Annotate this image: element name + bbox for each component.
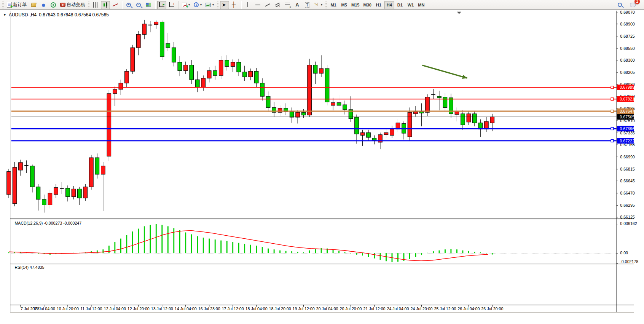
macd-bar bbox=[380, 253, 381, 260]
line-handle[interactable] bbox=[611, 86, 614, 89]
candle-down bbox=[190, 65, 194, 80]
macd-axis-label: 0.006162 bbox=[620, 222, 637, 226]
autotrading-button[interactable]: 自动交易 bbox=[59, 1, 86, 9]
time-tick-label: 12 Jul 04:00 bbox=[104, 306, 126, 311]
auto-scroll-button[interactable] bbox=[157, 1, 166, 9]
candle-up bbox=[124, 71, 129, 83]
line-handle[interactable] bbox=[611, 128, 614, 130]
macd-bar bbox=[285, 251, 287, 253]
macd-bar bbox=[421, 253, 422, 255]
time-tick-label: 10 Jul 20:00 bbox=[57, 306, 79, 311]
macd-bar bbox=[397, 253, 399, 262]
macd-bar bbox=[102, 249, 104, 253]
candle-up bbox=[48, 193, 52, 205]
periods-button[interactable]: ▾ bbox=[192, 1, 203, 9]
chart-shift-button[interactable] bbox=[167, 1, 176, 9]
timeframe-h1-button[interactable]: H1 bbox=[374, 1, 384, 9]
macd-bar bbox=[438, 251, 440, 253]
candle-down bbox=[30, 166, 35, 187]
macd-bar bbox=[232, 242, 233, 253]
candle-down bbox=[419, 112, 424, 113]
search-button[interactable] bbox=[615, 1, 624, 9]
chart-window[interactable]: ▼ AUDUSD-,H4 0.67643 0.67648 0.67564 0.6… bbox=[0, 10, 644, 324]
text-label-button[interactable]: T bbox=[303, 1, 312, 9]
new-order-button[interactable]: 新订单 bbox=[5, 1, 28, 9]
toolbar-grip[interactable] bbox=[325, 2, 327, 8]
price-tick-label: 0.66645 bbox=[620, 179, 635, 183]
timeframe-h4-button[interactable]: H4 bbox=[384, 1, 394, 9]
macd-bar bbox=[97, 251, 98, 253]
autotrading-icon bbox=[60, 3, 65, 7]
macd-bar bbox=[450, 249, 451, 253]
accounts-button[interactable]: ☻ bbox=[39, 1, 48, 9]
channel-icon bbox=[275, 3, 280, 7]
signals-button[interactable] bbox=[49, 1, 58, 9]
candle-down bbox=[260, 83, 265, 96]
candle-down bbox=[36, 187, 40, 200]
toolbar-grip[interactable] bbox=[2, 2, 4, 8]
arrows-button[interactable]: ⇲▾ bbox=[312, 1, 324, 9]
timeframe-m5-button[interactable]: M5 bbox=[339, 1, 349, 9]
macd-bar bbox=[191, 234, 192, 253]
zoom-out-button[interactable]: − bbox=[134, 1, 143, 9]
horizontal-line-button[interactable] bbox=[253, 1, 262, 9]
templates-button[interactable]: ▾ bbox=[204, 1, 215, 9]
line-handle[interactable] bbox=[611, 98, 614, 101]
indicators-button[interactable]: ▾ bbox=[180, 1, 191, 9]
macd-bar bbox=[474, 252, 475, 253]
notification-badge: 1 bbox=[634, 0, 640, 4]
bar-chart-button[interactable] bbox=[91, 1, 100, 9]
cursor-button[interactable]: ➤ bbox=[220, 1, 229, 9]
channel-button[interactable] bbox=[273, 1, 282, 9]
notifications-button[interactable]: 1 bbox=[628, 1, 637, 9]
time-tick-label: 12 Jul 20:00 bbox=[128, 306, 150, 311]
new-order-label: 新订单 bbox=[13, 2, 27, 8]
macd-bar bbox=[14, 252, 15, 253]
price-line-badge-label: 0.67989 bbox=[620, 85, 634, 89]
chevron-down-icon[interactable]: ▼ bbox=[3, 13, 6, 17]
text-icon: A bbox=[295, 2, 299, 8]
timeframe-m30-button[interactable]: M30 bbox=[362, 1, 373, 9]
toolbar-grip[interactable] bbox=[217, 2, 218, 8]
fibonacci-icon bbox=[285, 3, 290, 7]
candlestick-chart-button[interactable] bbox=[101, 1, 110, 9]
timeframe-m1-button[interactable]: M1 bbox=[328, 1, 338, 9]
crosshair-button[interactable]: ┼ bbox=[230, 1, 239, 9]
chart-shift-icon bbox=[169, 2, 174, 7]
timeframe-w1-button[interactable]: W1 bbox=[406, 1, 416, 9]
candle-up bbox=[331, 103, 335, 105]
macd-bar bbox=[167, 226, 169, 253]
price-tick-label: 0.68550 bbox=[620, 46, 635, 51]
autotrading-label: 自动交易 bbox=[67, 2, 85, 8]
macd-bar bbox=[244, 244, 245, 253]
macd-bar bbox=[256, 246, 257, 253]
trendline-button[interactable] bbox=[263, 1, 272, 9]
timeframe-m15-button[interactable]: M15 bbox=[350, 1, 361, 9]
tile-windows-button[interactable] bbox=[144, 1, 153, 9]
toolbar-grip[interactable] bbox=[88, 2, 89, 8]
candle-up bbox=[19, 163, 23, 170]
fibonacci-button[interactable] bbox=[283, 1, 292, 9]
candle-up bbox=[83, 187, 88, 198]
line-handle[interactable] bbox=[611, 139, 614, 142]
time-tick-label: 18 Jul 04:00 bbox=[245, 306, 268, 311]
candle-up bbox=[107, 94, 111, 156]
text-button[interactable]: A bbox=[293, 1, 302, 9]
candle-down bbox=[237, 62, 241, 72]
zoom-in-button[interactable]: + bbox=[124, 1, 133, 9]
chevron-down-icon: ▾ bbox=[200, 3, 202, 6]
price-tick-label: 0.68205 bbox=[620, 70, 635, 75]
timeframe-d1-button[interactable]: D1 bbox=[395, 1, 405, 9]
timeframe-mn-button[interactable]: MN bbox=[416, 1, 426, 9]
trendline-icon bbox=[265, 3, 270, 7]
time-tick-label: 16 Jul 23:00 bbox=[198, 306, 220, 311]
line-handle[interactable] bbox=[611, 110, 614, 113]
macd-bar bbox=[356, 253, 357, 255]
chart-canvas[interactable]: 0.690700.689000.687250.685500.683800.682… bbox=[0, 10, 644, 324]
market-watch-button[interactable] bbox=[29, 1, 38, 9]
line-chart-button[interactable] bbox=[111, 1, 120, 9]
vertical-line-button[interactable] bbox=[243, 1, 252, 9]
macd-bar bbox=[203, 238, 204, 253]
price-line-badge-label: 0.67222 bbox=[620, 139, 634, 143]
price-line-badge-label: 0.67821 bbox=[620, 97, 634, 101]
